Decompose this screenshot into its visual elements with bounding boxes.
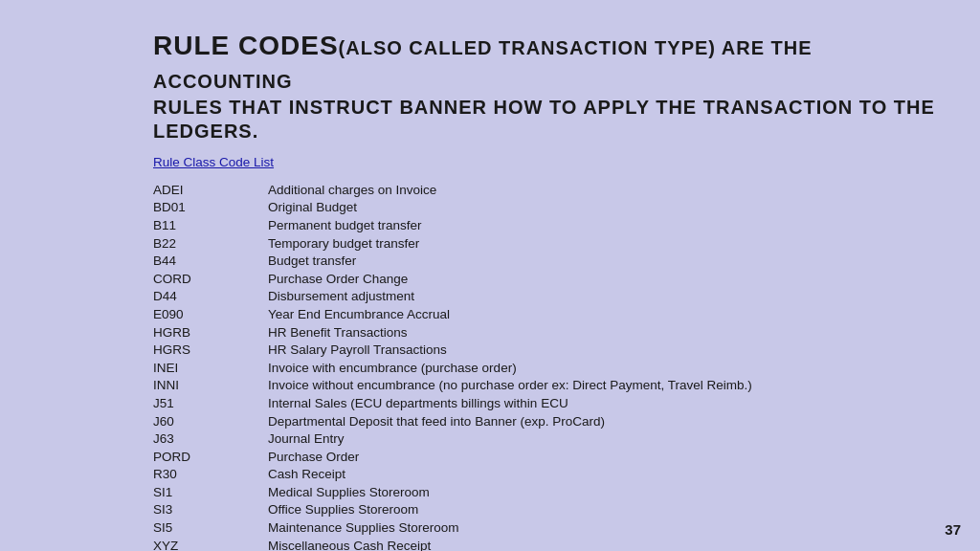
code-cell: BD01	[153, 199, 268, 217]
code-cell: XYZ	[153, 537, 268, 551]
title-main: RULE CODES	[153, 31, 339, 60]
description-cell: Miscellaneous Cash Receipt	[268, 537, 942, 551]
description-cell: Medical Supplies Storeroom	[268, 483, 942, 501]
description-cell: Purchase Order	[268, 448, 942, 466]
title-line1: RULE CODES(ALSO CALLED TRANSACTION TYPE)…	[153, 29, 942, 96]
code-cell: B22	[153, 234, 268, 253]
page-container: RULE CODES(ALSO CALLED TRANSACTION TYPE)…	[0, 0, 980, 551]
code-cell: PORD	[153, 448, 268, 466]
description-cell: Internal Sales (ECU departments billings…	[268, 394, 942, 412]
description-cell: Departmental Deposit that feed into Bann…	[268, 412, 942, 430]
code-cell: SI5	[153, 518, 268, 537]
table-row: SI1Medical Supplies Storeroom	[153, 483, 942, 501]
code-cell: D44	[153, 288, 268, 306]
page-number: 37	[945, 521, 961, 538]
description-cell: Maintenance Supplies Storeroom	[268, 518, 942, 537]
code-cell: J60	[153, 412, 268, 430]
description-cell: Disbursement adjustment	[268, 288, 942, 306]
description-cell: Invoice without encumbrance (no purchase…	[268, 377, 942, 395]
code-cell: CORD	[153, 270, 268, 288]
description-cell: Cash Receipt	[268, 466, 942, 484]
code-cell: INEI	[153, 359, 268, 377]
code-cell: R30	[153, 466, 268, 484]
title-block: RULE CODES(ALSO CALLED TRANSACTION TYPE)…	[153, 29, 942, 143]
description-cell: Permanent budget transfer	[268, 216, 942, 234]
codes-table: ADEIAdditional charges on InvoiceBD01Ori…	[153, 181, 942, 551]
table-row: J63Journal Entry	[153, 430, 942, 448]
code-cell: SI3	[153, 501, 268, 519]
title-line2: RULES THAT INSTRUCT BANNER HOW TO APPLY …	[153, 96, 942, 143]
code-cell: SI1	[153, 483, 268, 501]
table-row: B11Permanent budget transfer	[153, 216, 942, 234]
description-cell: Journal Entry	[268, 430, 942, 448]
description-cell: Invoice with encumbrance (purchase order…	[268, 359, 942, 377]
table-row: HGRBHR Benefit Transactions	[153, 323, 942, 342]
description-cell: Original Budget	[268, 199, 942, 217]
code-cell: INNI	[153, 377, 268, 395]
code-cell: J63	[153, 430, 268, 448]
description-cell: HR Salary Payroll Transactions	[268, 341, 942, 359]
table-row: INNIInvoice without encumbrance (no purc…	[153, 377, 942, 395]
table-row: B22Temporary budget transfer	[153, 234, 942, 253]
code-cell: J51	[153, 394, 268, 412]
description-cell: Budget transfer	[268, 252, 942, 270]
table-row: J60Departmental Deposit that feed into B…	[153, 412, 942, 430]
table-row: ADEIAdditional charges on Invoice	[153, 181, 942, 199]
table-row: BD01Original Budget	[153, 199, 942, 217]
table-row: J51Internal Sales (ECU departments billi…	[153, 394, 942, 412]
table-row: INEIInvoice with encumbrance (purchase o…	[153, 359, 942, 377]
table-row: D44Disbursement adjustment	[153, 288, 942, 306]
table-row: E090Year End Encumbrance Accrual	[153, 305, 942, 323]
description-cell: Purchase Order Change	[268, 270, 942, 288]
description-cell: Additional charges on Invoice	[268, 181, 942, 199]
code-cell: B44	[153, 252, 268, 270]
table-row: SI3Office Supplies Storeroom	[153, 501, 942, 519]
code-cell: HGRB	[153, 323, 268, 342]
table-row: PORDPurchase Order	[153, 448, 942, 466]
table-row: HGRSHR Salary Payroll Transactions	[153, 341, 942, 359]
rule-class-link[interactable]: Rule Class Code List	[153, 155, 274, 169]
table-row: XYZMiscellaneous Cash Receipt	[153, 537, 942, 551]
code-cell: HGRS	[153, 341, 268, 359]
table-row: SI5Maintenance Supplies Storeroom	[153, 518, 942, 537]
description-cell: HR Benefit Transactions	[268, 323, 942, 342]
description-cell: Year End Encumbrance Accrual	[268, 305, 942, 323]
description-cell: Office Supplies Storeroom	[268, 501, 942, 519]
code-cell: ADEI	[153, 181, 268, 199]
table-row: CORDPurchase Order Change	[153, 270, 942, 288]
table-row: B44Budget transfer	[153, 252, 942, 270]
code-cell: E090	[153, 305, 268, 323]
description-cell: Temporary budget transfer	[268, 234, 942, 253]
code-cell: B11	[153, 216, 268, 234]
table-row: R30Cash Receipt	[153, 466, 942, 484]
